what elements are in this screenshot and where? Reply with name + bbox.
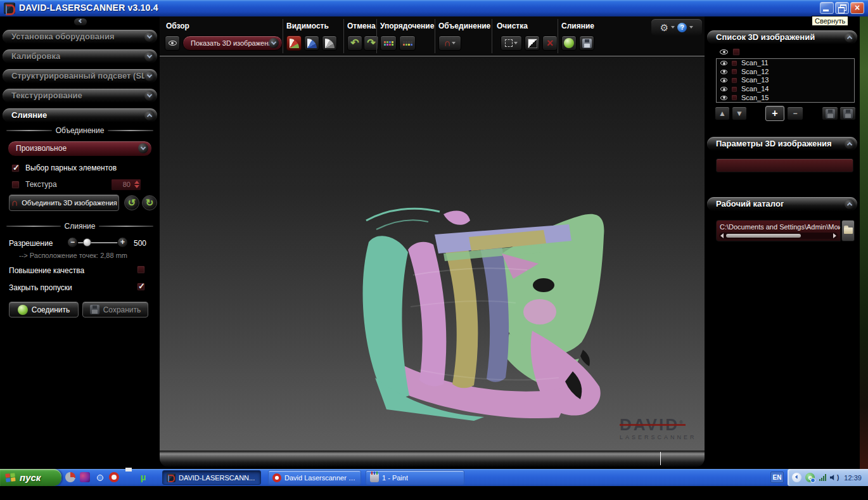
rotate-left-button[interactable]: ↺ xyxy=(124,195,139,210)
section-working-directory[interactable]: Рабочий каталог xyxy=(707,197,857,211)
section-calibration[interactable]: Калибровка xyxy=(3,49,157,63)
trids-app-icon[interactable] xyxy=(80,472,90,482)
ccleaner-icon[interactable] xyxy=(65,472,75,482)
chevron-down-icon[interactable] xyxy=(144,51,155,61)
chevron-down-icon[interactable] xyxy=(144,32,155,42)
section-scan-parameters[interactable]: Параметры 3D изображения xyxy=(707,137,857,151)
gear-icon[interactable]: ⚙ xyxy=(660,23,668,32)
delete-selection-button[interactable]: × xyxy=(542,35,558,51)
resolution-plus-button[interactable]: + xyxy=(117,237,128,248)
save-fusion-button[interactable]: Сохранить xyxy=(82,302,148,317)
network-signal-icon[interactable] xyxy=(819,474,826,481)
scan-row[interactable]: Scan_13 xyxy=(717,76,854,85)
section-scan-list[interactable]: Список 3D изображений xyxy=(707,30,857,44)
show-hide-button[interactable] xyxy=(165,35,180,51)
eye-icon[interactable] xyxy=(720,87,727,91)
utorrent-icon[interactable]: µ xyxy=(138,472,148,482)
visibility-none-button[interactable] xyxy=(322,35,337,51)
visibility-selected-button[interactable] xyxy=(304,35,319,51)
save-toolbar-button[interactable] xyxy=(579,35,594,51)
undo-button[interactable]: ↶ xyxy=(347,35,362,51)
tray-collapse-icon[interactable] xyxy=(792,473,801,482)
chevron-down-icon[interactable] xyxy=(144,71,155,81)
section-fusion[interactable]: Слияние xyxy=(3,108,157,122)
restore-button[interactable] xyxy=(835,2,849,14)
eye-icon[interactable] xyxy=(720,96,727,100)
pair-select-checkbox[interactable] xyxy=(11,164,20,172)
chevron-down-icon[interactable] xyxy=(138,143,148,153)
chevron-up-icon[interactable] xyxy=(144,110,155,120)
task-david-laserscanner[interactable]: DAVID-LASERSCANN... xyxy=(162,470,261,485)
eye-icon[interactable] xyxy=(720,61,727,65)
resolution-minus-button[interactable]: − xyxy=(67,237,78,248)
scan-row[interactable]: Scan_14 xyxy=(717,85,854,94)
section-equipment-setup[interactable]: Установка оборудования xyxy=(3,30,157,44)
title-bar[interactable]: DAVID-LASERSCANNER v3.10.4 × xyxy=(0,0,868,16)
arrange-grid-button[interactable] xyxy=(380,35,397,51)
add-scan-button[interactable]: + xyxy=(765,106,784,121)
chevron-up-icon[interactable] xyxy=(845,32,855,42)
spinner-arrows[interactable] xyxy=(134,181,139,188)
align-magnet-button[interactable]: ∩ xyxy=(438,35,461,51)
scan-listbox[interactable]: Scan_11 Scan_12 Scan_13 Scan_14 Scan_15 xyxy=(716,58,855,103)
arrange-row-button[interactable] xyxy=(399,35,416,51)
scan-row[interactable]: Scan_15 xyxy=(717,93,854,102)
language-indicator[interactable]: EN xyxy=(770,471,784,483)
scan-row[interactable]: Scan_11 xyxy=(717,59,854,68)
task-david-laserscanner-page[interactable]: David Laserscanner 3... xyxy=(268,470,361,485)
help-icon[interactable]: ? xyxy=(677,23,687,32)
view-mode-dropdown[interactable]: Показать 3D изображения xyxy=(182,35,283,51)
master-checkbox[interactable] xyxy=(732,48,740,56)
scroll-left-icon[interactable] xyxy=(720,233,724,238)
fuse-toolbar-button[interactable] xyxy=(561,35,577,51)
save-scan-button[interactable] xyxy=(822,106,838,120)
eye-icon[interactable] xyxy=(720,49,728,54)
eye-icon[interactable] xyxy=(720,70,727,74)
minimize-button[interactable] xyxy=(820,2,834,14)
close-button[interactable]: × xyxy=(850,2,864,14)
start-button[interactable]: пуск xyxy=(0,469,61,486)
remove-scan-button[interactable]: − xyxy=(787,106,803,120)
combine-scans-button[interactable]: ∩ Объединить 3D изображения xyxy=(9,195,119,211)
save-all-button[interactable] xyxy=(839,106,856,120)
scan-checkbox[interactable] xyxy=(731,77,737,84)
section-texturing[interactable]: Текстурирование xyxy=(3,89,157,103)
collapse-sidebar-button[interactable] xyxy=(74,18,87,25)
move-up-button[interactable]: ▲ xyxy=(715,106,730,120)
texture-value-field[interactable]: 80 xyxy=(111,179,141,191)
scan-checkbox[interactable] xyxy=(731,68,737,75)
fuse-button[interactable]: Соединить xyxy=(9,302,79,317)
viewport-3d[interactable]: DAVID® LASERSCANNER xyxy=(160,56,705,451)
texture-checkbox[interactable] xyxy=(11,181,20,189)
chevron-down-icon[interactable] xyxy=(144,91,155,101)
rotate-right-button[interactable]: ↻ xyxy=(142,195,157,210)
scan-checkbox[interactable] xyxy=(731,94,737,101)
dropdown-arrow-icon[interactable] xyxy=(689,26,693,29)
chevron-up-icon[interactable] xyxy=(845,199,855,209)
scan-checkbox[interactable] xyxy=(731,86,737,93)
visibility-all-button[interactable] xyxy=(286,35,302,51)
union-mode-dropdown[interactable]: Произвольное xyxy=(8,141,152,157)
browse-folder-button[interactable] xyxy=(841,220,855,241)
path-scrollbar[interactable] xyxy=(719,233,838,239)
close-gaps-checkbox[interactable] xyxy=(137,283,145,291)
section-structured-light[interactable]: Структурированный подсвет (SL) xyxy=(3,69,157,83)
working-directory-field[interactable]: C:\Documents and Settings\Admin\Мои xyxy=(716,220,841,241)
quality-checkbox[interactable] xyxy=(137,266,145,274)
task-paint[interactable]: 1 - Paint xyxy=(366,470,464,485)
scrollbar-thumb[interactable] xyxy=(726,234,801,238)
dropdown-arrow-icon[interactable] xyxy=(671,26,675,29)
volume-icon[interactable]: ) xyxy=(830,475,839,481)
resolution-slider-thumb[interactable] xyxy=(83,238,91,247)
scroll-right-icon[interactable] xyxy=(833,233,836,238)
chevron-down-icon[interactable] xyxy=(269,38,279,48)
invert-selection-button[interactable] xyxy=(525,35,540,51)
parameters-field[interactable] xyxy=(716,158,853,172)
chevron-up-icon[interactable] xyxy=(845,139,855,149)
opera-icon[interactable] xyxy=(109,472,119,482)
emule-tray-icon[interactable]: e xyxy=(805,473,815,482)
eye-icon[interactable] xyxy=(720,78,727,82)
select-region-button[interactable] xyxy=(501,35,522,51)
move-down-button[interactable]: ▼ xyxy=(732,106,747,120)
scan-row[interactable]: Scan_12 xyxy=(717,68,854,77)
